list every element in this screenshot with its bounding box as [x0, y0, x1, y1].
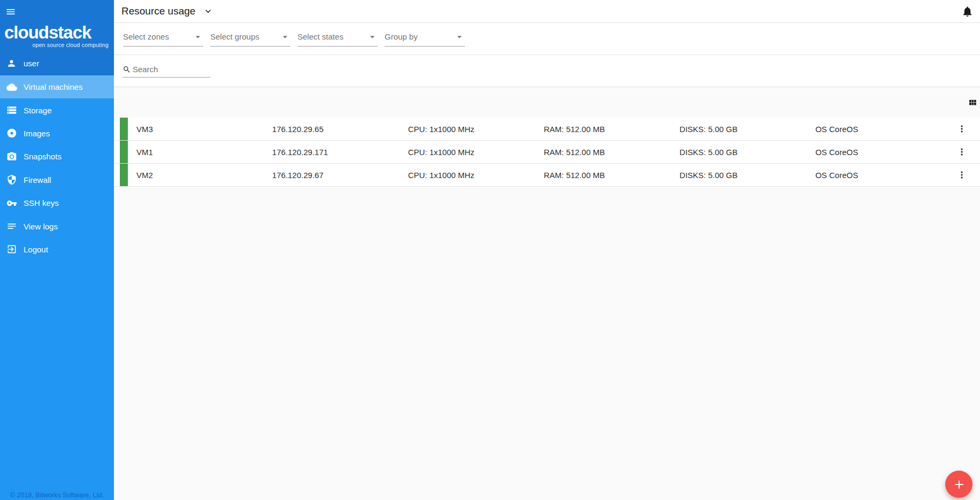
logo-title: cloudstack — [4, 24, 109, 41]
menu-icon — [5, 6, 16, 17]
lines-icon — [6, 221, 17, 232]
sidebar-item-view-logs[interactable]: View logs — [0, 214, 114, 237]
disc-icon — [6, 128, 17, 139]
more-vert-icon — [956, 170, 967, 180]
vm-name: VM3 — [136, 125, 272, 134]
vm-os: OS CoreOS — [815, 171, 951, 180]
vm-row-vm1[interactable]: VM1 176.120.29.171 CPU: 1x1000 MHz RAM: … — [114, 141, 980, 164]
person-icon — [6, 58, 17, 68]
view-mode-button[interactable] — [968, 98, 977, 107]
exit-icon — [6, 244, 17, 255]
sidebar-item-virtual-machines[interactable]: Virtual machines — [0, 75, 114, 98]
more-vert-icon — [956, 124, 967, 134]
sidebar-item-label: View logs — [24, 222, 58, 231]
dropdown-arrow-icon — [367, 32, 378, 42]
sidebar-header: cloudstack open source cloud computing u… — [0, 0, 114, 75]
cloud-icon — [6, 82, 17, 93]
search-input[interactable] — [133, 65, 210, 74]
sidebar-item-logout[interactable]: Logout — [0, 238, 114, 261]
sidebar-item-label: Virtual machines — [24, 82, 83, 91]
vm-row-columns: VM1 176.120.29.171 CPU: 1x1000 MHz RAM: … — [128, 141, 951, 163]
search-icon — [122, 65, 131, 74]
select-zones-label: Select zones — [123, 32, 169, 41]
vm-actions-button[interactable] — [951, 118, 973, 140]
vm-cpu: CPU: 1x1000 MHz — [408, 171, 544, 180]
vm-row-columns: VM3 176.120.29.65 CPU: 1x1000 MHz RAM: 5… — [128, 118, 951, 140]
select-states-label: Select states — [297, 32, 343, 41]
vm-ip: 176.120.29.65 — [272, 125, 408, 134]
vm-disks: DISKS: 5.00 GB — [679, 171, 815, 180]
vm-ip: 176.120.29.171 — [272, 148, 408, 157]
vm-status-indicator — [120, 118, 128, 140]
vm-disks: DISKS: 5.00 GB — [679, 125, 815, 134]
bell-icon — [961, 5, 974, 18]
more-vert-icon — [956, 147, 967, 157]
logo-tagline: open source cloud computing — [4, 42, 109, 48]
sidebar-user[interactable]: user — [0, 53, 114, 73]
add-icon — [952, 478, 966, 491]
user-label: user — [24, 59, 39, 68]
group-by-label: Group by — [385, 32, 418, 41]
vm-row-columns: VM2 176.120.29.67 CPU: 1x1000 MHz RAM: 5… — [128, 164, 951, 186]
group-by-dropdown[interactable]: Group by — [385, 32, 465, 47]
add-vm-fab[interactable] — [945, 471, 973, 498]
vm-actions-button[interactable] — [951, 164, 973, 186]
search-bar — [114, 55, 980, 87]
vm-name: VM1 — [136, 148, 272, 157]
search-box — [122, 65, 210, 78]
dropdown-arrow-icon — [193, 32, 203, 42]
sidebar-nav: Virtual machines Storage Images Snapshot… — [0, 75, 114, 261]
cloudstack-app: cloudstack open source cloud computing u… — [0, 0, 980, 500]
vm-row-vm3[interactable]: VM3 176.120.29.65 CPU: 1x1000 MHz RAM: 5… — [114, 118, 980, 141]
vm-cpu: CPU: 1x1000 MHz — [408, 125, 544, 134]
vm-status-indicator — [120, 141, 128, 163]
main-area: Resource usage Select zones Select group… — [114, 0, 980, 500]
chevron-down-icon — [203, 6, 213, 17]
key-icon — [6, 198, 17, 209]
sidebar-item-snapshots[interactable]: Snapshots — [0, 145, 114, 168]
list-toolbar — [114, 87, 980, 118]
sidebar: cloudstack open source cloud computing u… — [0, 0, 114, 500]
select-zones-dropdown[interactable]: Select zones — [123, 32, 203, 47]
vm-os: OS CoreOS — [815, 125, 951, 134]
vm-row-vm2[interactable]: VM2 176.120.29.67 CPU: 1x1000 MHz RAM: 5… — [114, 164, 980, 187]
sidebar-item-label: Firewall — [24, 175, 51, 184]
vm-status-indicator — [120, 164, 128, 186]
vm-ram: RAM: 512.00 MB — [543, 148, 679, 157]
view-module-icon — [968, 98, 977, 107]
title-dropdown-button[interactable] — [203, 6, 213, 17]
vm-actions-button[interactable] — [951, 141, 973, 163]
dropdown-arrow-icon — [454, 32, 465, 42]
vm-disks: DISKS: 5.00 GB — [679, 148, 815, 157]
notifications-button[interactable] — [961, 5, 974, 18]
cloudstack-logo: cloudstack open source cloud computing — [4, 24, 109, 48]
sidebar-item-label: Logout — [24, 245, 48, 254]
copyright-footer: © 2018, Bitworks Software, Ltd. — [0, 491, 114, 499]
vm-name: VM2 — [136, 171, 272, 180]
page-title: Resource usage — [121, 5, 195, 17]
storage-icon — [6, 105, 17, 116]
dropdown-arrow-icon — [280, 32, 290, 42]
vm-cpu: CPU: 1x1000 MHz — [408, 148, 544, 157]
vm-ram: RAM: 512.00 MB — [543, 171, 679, 180]
sidebar-item-images[interactable]: Images — [0, 122, 114, 145]
sidebar-item-label: Storage — [24, 106, 52, 115]
vm-table: VM3 176.120.29.65 CPU: 1x1000 MHz RAM: 5… — [114, 118, 980, 187]
vm-list-section: VM3 176.120.29.65 CPU: 1x1000 MHz RAM: 5… — [114, 87, 980, 500]
sidebar-item-label: Snapshots — [24, 152, 62, 161]
select-groups-dropdown[interactable]: Select groups — [210, 32, 290, 47]
hamburger-menu-button[interactable] — [5, 6, 16, 17]
shield-icon — [6, 174, 17, 185]
sidebar-item-label: Images — [24, 129, 50, 138]
filter-bar: Select zones Select groups Select states… — [114, 23, 980, 55]
vm-os: OS CoreOS — [815, 148, 951, 157]
camera-icon — [6, 151, 17, 162]
vm-ip: 176.120.29.67 — [272, 171, 408, 180]
sidebar-item-storage[interactable]: Storage — [0, 98, 114, 121]
sidebar-item-ssh-keys[interactable]: SSH keys — [0, 191, 114, 214]
sidebar-item-firewall[interactable]: Firewall — [0, 168, 114, 191]
select-states-dropdown[interactable]: Select states — [297, 32, 378, 47]
sidebar-item-label: SSH keys — [24, 198, 59, 207]
vm-ram: RAM: 512.00 MB — [543, 125, 679, 134]
top-bar: Resource usage — [114, 0, 980, 23]
